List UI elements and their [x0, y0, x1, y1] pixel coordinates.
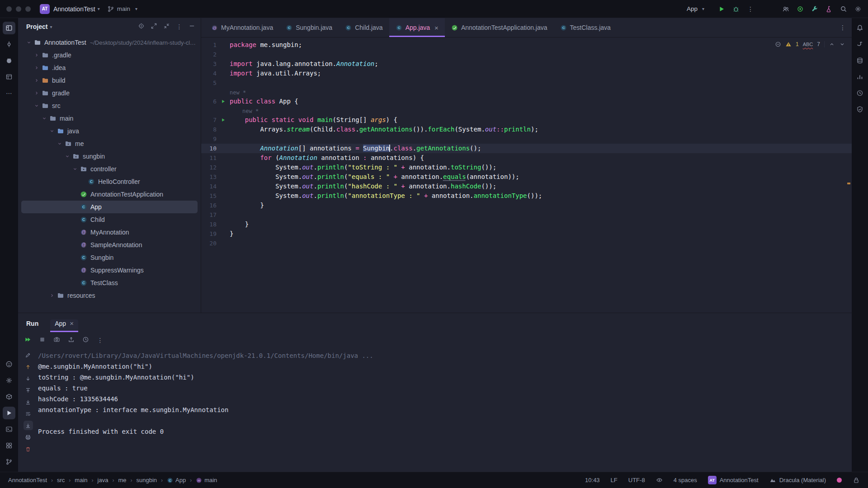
- tree-item-TestClass[interactable]: CTestClass: [21, 277, 198, 289]
- code-line-5[interactable]: 5: [201, 78, 852, 88]
- tool-button-shield[interactable]: [854, 103, 866, 116]
- stop-button[interactable]: [39, 336, 46, 345]
- window-controls[interactable]: [6, 6, 31, 12]
- tool-button-gear[interactable]: [3, 374, 15, 387]
- code-line-15[interactable]: 15 System.out.println("annotationType : …: [201, 191, 852, 201]
- code-line-11[interactable]: 11 for (Annotation annotation : annotati…: [201, 153, 852, 163]
- breadcrumb-me[interactable]: me: [118, 477, 126, 483]
- close-window-icon[interactable]: [6, 6, 12, 12]
- maximize-window-icon[interactable]: [25, 6, 31, 12]
- tree-item-me[interactable]: me: [21, 137, 198, 150]
- run-button[interactable]: [718, 5, 725, 13]
- settings-button[interactable]: [854, 5, 862, 13]
- run-line-icon[interactable]: [221, 99, 226, 104]
- tree-item-App[interactable]: CApp: [21, 201, 198, 213]
- tree-item-Child[interactable]: CChild: [21, 213, 198, 226]
- tree-item-controller[interactable]: controller: [21, 163, 198, 175]
- experiments-button[interactable]: [826, 5, 833, 13]
- export-button[interactable]: [68, 336, 75, 345]
- branch-widget[interactable]: main ▾: [107, 5, 142, 13]
- project-widget[interactable]: AT AnnotationTest: [708, 476, 759, 484]
- tree-item-build[interactable]: build: [21, 74, 198, 87]
- tool-button-terminal[interactable]: [3, 423, 15, 436]
- warning-stripe-mark[interactable]: [847, 183, 850, 184]
- code-line-17[interactable]: 17: [201, 210, 852, 220]
- lock-icon[interactable]: [853, 477, 860, 484]
- tab-Sungbin.java[interactable]: CSungbin.java: [279, 18, 339, 37]
- tree-item-src[interactable]: src: [21, 99, 198, 112]
- code-line-9[interactable]: 9: [201, 134, 852, 144]
- close-icon[interactable]: ×: [434, 24, 439, 32]
- breadcrumb-main[interactable]: main: [75, 477, 87, 483]
- breadcrumb-main[interactable]: mmain: [196, 477, 217, 483]
- tool-button-github[interactable]: [3, 54, 15, 67]
- trash-button[interactable]: [24, 444, 33, 454]
- tool-button-bell[interactable]: [854, 22, 866, 34]
- tree-item-sungbin[interactable]: sungbin: [21, 150, 198, 163]
- kebab-button[interactable]: ⋮: [97, 336, 104, 344]
- tree-item-AnnotationTestApplication[interactable]: AnnotationTestApplication: [21, 188, 198, 201]
- prev-problem-button[interactable]: [829, 41, 835, 47]
- console-output[interactable]: /Users/rovert/Library/Java/JavaVirtualMa…: [38, 348, 852, 472]
- pencil-button[interactable]: [24, 350, 33, 360]
- breadcrumb-App[interactable]: CApp: [167, 477, 186, 483]
- tab-TestClass.java[interactable]: CTestClass.java: [554, 18, 617, 37]
- code-line-8[interactable]: 8 Arrays.stream(Child.class.getAnnotatio…: [201, 125, 852, 134]
- run-panel-title[interactable]: Run: [26, 320, 38, 332]
- expand-button[interactable]: [151, 23, 157, 31]
- code-line-14[interactable]: 14 System.out.println("hashCode : " + an…: [201, 182, 852, 191]
- tree-item-SampleAnnotation[interactable]: @SampleAnnotation: [21, 239, 198, 251]
- camera-button[interactable]: [53, 336, 60, 345]
- minimize-window-icon[interactable]: [16, 6, 21, 12]
- breadcrumb-sungbin[interactable]: sungbin: [136, 477, 157, 483]
- tool-button-structure[interactable]: [3, 70, 15, 83]
- run-tab-app[interactable]: App ×: [50, 319, 78, 332]
- breadcrumb-src[interactable]: src: [57, 477, 65, 483]
- collapse-button[interactable]: [163, 23, 170, 31]
- run-config-selector[interactable]: App ▾: [687, 5, 709, 12]
- code-area[interactable]: 1package me.sungbin;23import java.lang.a…: [201, 38, 852, 313]
- softwrap-button[interactable]: [24, 409, 33, 418]
- line-separator[interactable]: LF: [611, 477, 618, 483]
- run-line-icon[interactable]: [221, 117, 226, 122]
- code-line-4[interactable]: 4import java.util.Arrays;: [201, 69, 852, 78]
- tree-item-resources[interactable]: resources: [21, 289, 198, 302]
- tree-item-main[interactable]: main: [21, 112, 198, 125]
- close-icon[interactable]: ×: [70, 319, 74, 327]
- code-line-7[interactable]: 7 public static void main(String[] args)…: [201, 115, 852, 125]
- tab-AnnotationTestApplication.java[interactable]: AnnotationTestApplication.java: [445, 18, 554, 37]
- inlay-hint[interactable]: new *: [242, 108, 259, 114]
- tree-item-MyAnnotation[interactable]: @MyAnnotation: [21, 226, 198, 239]
- tree-item-HelloController[interactable]: CHelloController: [21, 175, 198, 188]
- print-button[interactable]: [24, 432, 33, 442]
- code-line-16[interactable]: 16 }: [201, 201, 852, 210]
- tool-button-box[interactable]: [3, 390, 15, 403]
- scrollend-button[interactable]: [24, 421, 33, 430]
- clock-button[interactable]: [82, 336, 89, 345]
- code-line-2[interactable]: 2: [201, 50, 852, 59]
- tool-button-run[interactable]: [3, 407, 15, 419]
- minus-button[interactable]: [189, 23, 195, 31]
- arrowup-button[interactable]: [24, 362, 33, 371]
- code-line-1[interactable]: 1package me.sungbin;: [201, 40, 852, 50]
- cursor-position[interactable]: 10:43: [585, 477, 600, 483]
- tool-button-project[interactable]: [3, 22, 15, 34]
- code-line-3[interactable]: 3import java.lang.annotation.Annotation;: [201, 59, 852, 69]
- record-status-icon[interactable]: [797, 5, 804, 13]
- tool-button-clock[interactable]: [854, 87, 866, 99]
- indent-setting[interactable]: 4 spaces: [674, 477, 697, 483]
- tool-button-branch[interactable]: [3, 455, 15, 468]
- highlighting-widget[interactable]: [656, 477, 663, 483]
- tool-button-services[interactable]: [3, 439, 15, 452]
- tree-item-AnnotationTest[interactable]: AnnotationTest~/Desktop/study/2024/infle…: [21, 36, 198, 49]
- code-line-20[interactable]: 20: [201, 239, 852, 248]
- tree-item-.gradle[interactable]: .gradle: [21, 49, 198, 61]
- arrowupbar-button[interactable]: [24, 385, 33, 395]
- code-line-10[interactable]: 10 Annotation[] annotations = Sungbin.cl…: [201, 144, 852, 153]
- debug-button[interactable]: [732, 5, 740, 13]
- code-line-12[interactable]: 12 System.out.println("toString : " + an…: [201, 163, 852, 172]
- tab-App.java[interactable]: CApp.java×: [389, 18, 445, 37]
- kebab-button[interactable]: ⋮: [176, 23, 183, 31]
- tree-item-SuppressWarnings[interactable]: @SuppressWarnings: [21, 264, 198, 277]
- tree-item-Sungbin[interactable]: CSungbin: [21, 251, 198, 264]
